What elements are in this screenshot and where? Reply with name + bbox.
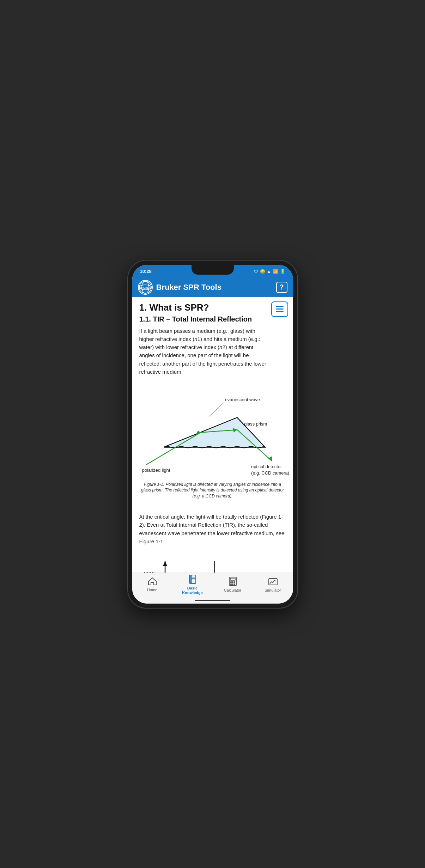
menu-button[interactable] (271, 301, 288, 317)
evanescent-wave-label: evanescent wave (225, 397, 260, 402)
app-header: BRUKER Bruker SPR Tools ? (132, 277, 293, 297)
article-body2: At the critical angle, the light will be… (139, 513, 286, 545)
signal-icon: 📶 (273, 269, 278, 274)
wifi-icon: ▲ (267, 269, 271, 274)
battery-icon: 🔋 (280, 269, 285, 274)
bottom-nav: Home BasicKnowledge (132, 573, 293, 597)
shield-status-icon: 🛡 (254, 269, 258, 274)
outgoing-arrow-head (268, 456, 272, 461)
nav-item-simulator[interactable]: Simulator (253, 573, 293, 597)
svg-rect-10 (230, 578, 235, 580)
nav-label-basic-knowledge: BasicKnowledge (182, 586, 203, 595)
book-icon (189, 575, 196, 585)
header-left: BRUKER Bruker SPR Tools (138, 280, 221, 295)
polarized-light-label: polarized light (142, 467, 170, 473)
home-indicator (195, 600, 230, 601)
tir-diagram-svg: evanescent wave glass prism (136, 388, 290, 479)
bruker-logo: BRUKER (138, 280, 153, 295)
hundred-percent-label: 100% (143, 571, 156, 573)
phone-frame: 10:28 🛡 😐 ▲ 📶 🔋 BRUKER (128, 261, 297, 608)
svg-rect-15 (232, 583, 233, 585)
evanescent-wave-line (209, 403, 224, 417)
figure1-caption: Figure 1-1: Polarized light is directed … (139, 482, 286, 499)
glass-prism-label: glass prism (244, 421, 267, 427)
app-title: Bruker SPR Tools (156, 283, 221, 292)
article-content: 1. What is SPR? 1.1. TIR – Total Interna… (132, 297, 293, 388)
nav-label-simulator: Simulator (265, 588, 281, 593)
article-heading2: 1.1. TIR – Total Internal Reflection (139, 315, 268, 323)
content-area[interactable]: 1. What is SPR? 1.1. TIR – Total Interna… (132, 297, 293, 573)
simulator-icon (268, 577, 278, 587)
status-time: 10:28 (140, 269, 152, 274)
nav-item-basic-knowledge[interactable]: BasicKnowledge (172, 573, 213, 597)
nav-label-home: Home (147, 588, 157, 592)
calculator-icon (229, 577, 237, 587)
svg-rect-13 (234, 581, 235, 583)
notch (192, 265, 234, 275)
svg-rect-5 (190, 575, 192, 583)
article-body2-container: At the critical angle, the light will be… (132, 508, 293, 557)
home-icon (148, 577, 157, 587)
intensity-chart: 100% tensity (RLI) (132, 557, 293, 572)
intensity-chart-svg: 100% tensity (RLI) (136, 557, 290, 572)
face-status-icon: 😐 (260, 269, 265, 274)
optical-detector-label2: (e.g. CCD camera) (251, 470, 289, 476)
phone-screen: 10:28 🛡 😐 ▲ 📶 🔋 BRUKER (132, 265, 293, 604)
home-bar (132, 597, 293, 604)
nav-item-home[interactable]: Home (132, 573, 172, 597)
incoming-light-arrow (146, 433, 200, 465)
article-heading1: 1. What is SPR? (139, 302, 268, 313)
svg-text:BRUKER: BRUKER (140, 287, 151, 289)
tir-diagram: evanescent wave glass prism (132, 388, 293, 508)
svg-rect-11 (230, 581, 232, 583)
hamburger-icon (276, 306, 284, 312)
status-icons: 🛡 😐 ▲ 📶 🔋 (254, 269, 285, 274)
svg-rect-14 (230, 583, 232, 585)
help-button[interactable]: ? (276, 282, 287, 293)
nav-item-calculator[interactable]: Calculator (213, 573, 253, 597)
nav-label-calculator: Calculator (224, 588, 242, 593)
y-axis-arrow (163, 561, 167, 566)
article-body1: If a light beam passes a medium (e.g.: g… (139, 327, 268, 376)
svg-rect-12 (232, 581, 233, 583)
svg-rect-16 (234, 583, 235, 585)
optical-detector-label: optical detector (251, 464, 282, 469)
